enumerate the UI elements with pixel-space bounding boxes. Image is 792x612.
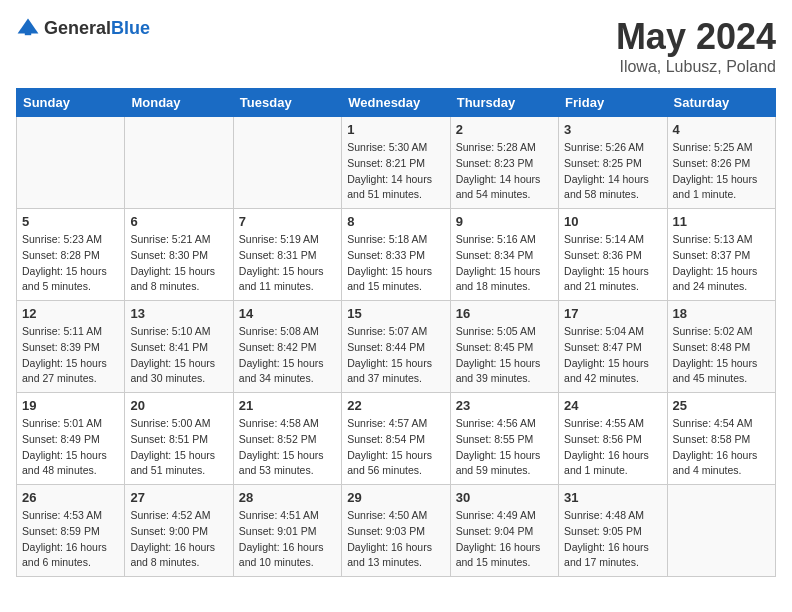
day-info: Sunrise: 5:19 AM Sunset: 8:31 PM Dayligh… [239,232,336,295]
day-info: Sunrise: 5:02 AM Sunset: 8:48 PM Dayligh… [673,324,770,387]
day-info: Sunrise: 5:10 AM Sunset: 8:41 PM Dayligh… [130,324,227,387]
calendar-body: 1Sunrise: 5:30 AM Sunset: 8:21 PM Daylig… [17,117,776,577]
calendar-cell: 6Sunrise: 5:21 AM Sunset: 8:30 PM Daylig… [125,209,233,301]
calendar-cell [17,117,125,209]
page-header: GeneralBlue May 2024 Ilowa, Lubusz, Pola… [16,16,776,76]
day-number: 30 [456,490,553,505]
weekday-header-cell: Thursday [450,89,558,117]
day-info: Sunrise: 4:57 AM Sunset: 8:54 PM Dayligh… [347,416,444,479]
calendar-cell: 21Sunrise: 4:58 AM Sunset: 8:52 PM Dayli… [233,393,341,485]
calendar-cell: 10Sunrise: 5:14 AM Sunset: 8:36 PM Dayli… [559,209,667,301]
day-info: Sunrise: 5:14 AM Sunset: 8:36 PM Dayligh… [564,232,661,295]
calendar-cell [667,485,775,577]
calendar-cell: 5Sunrise: 5:23 AM Sunset: 8:28 PM Daylig… [17,209,125,301]
logo-general: General [44,18,111,38]
day-info: Sunrise: 5:11 AM Sunset: 8:39 PM Dayligh… [22,324,119,387]
calendar-cell: 7Sunrise: 5:19 AM Sunset: 8:31 PM Daylig… [233,209,341,301]
day-number: 16 [456,306,553,321]
day-number: 17 [564,306,661,321]
calendar-cell: 14Sunrise: 5:08 AM Sunset: 8:42 PM Dayli… [233,301,341,393]
calendar-cell: 2Sunrise: 5:28 AM Sunset: 8:23 PM Daylig… [450,117,558,209]
day-info: Sunrise: 4:53 AM Sunset: 8:59 PM Dayligh… [22,508,119,571]
day-number: 4 [673,122,770,137]
calendar-cell: 1Sunrise: 5:30 AM Sunset: 8:21 PM Daylig… [342,117,450,209]
day-number: 26 [22,490,119,505]
location-subtitle: Ilowa, Lubusz, Poland [616,58,776,76]
day-number: 27 [130,490,227,505]
day-info: Sunrise: 5:00 AM Sunset: 8:51 PM Dayligh… [130,416,227,479]
day-info: Sunrise: 4:54 AM Sunset: 8:58 PM Dayligh… [673,416,770,479]
day-info: Sunrise: 4:49 AM Sunset: 9:04 PM Dayligh… [456,508,553,571]
calendar-table: SundayMondayTuesdayWednesdayThursdayFrid… [16,88,776,577]
day-number: 23 [456,398,553,413]
day-number: 22 [347,398,444,413]
calendar-cell: 19Sunrise: 5:01 AM Sunset: 8:49 PM Dayli… [17,393,125,485]
day-number: 20 [130,398,227,413]
logo-icon [16,16,40,40]
weekday-header-cell: Sunday [17,89,125,117]
calendar-week-row: 5Sunrise: 5:23 AM Sunset: 8:28 PM Daylig… [17,209,776,301]
weekday-header-cell: Friday [559,89,667,117]
calendar-cell: 11Sunrise: 5:13 AM Sunset: 8:37 PM Dayli… [667,209,775,301]
day-info: Sunrise: 4:51 AM Sunset: 9:01 PM Dayligh… [239,508,336,571]
calendar-cell: 28Sunrise: 4:51 AM Sunset: 9:01 PM Dayli… [233,485,341,577]
day-number: 5 [22,214,119,229]
day-number: 2 [456,122,553,137]
calendar-cell: 3Sunrise: 5:26 AM Sunset: 8:25 PM Daylig… [559,117,667,209]
day-info: Sunrise: 5:21 AM Sunset: 8:30 PM Dayligh… [130,232,227,295]
day-info: Sunrise: 4:48 AM Sunset: 9:05 PM Dayligh… [564,508,661,571]
day-info: Sunrise: 4:50 AM Sunset: 9:03 PM Dayligh… [347,508,444,571]
calendar-cell: 27Sunrise: 4:52 AM Sunset: 9:00 PM Dayli… [125,485,233,577]
weekday-header-cell: Tuesday [233,89,341,117]
day-info: Sunrise: 5:26 AM Sunset: 8:25 PM Dayligh… [564,140,661,203]
weekday-header-cell: Saturday [667,89,775,117]
logo-blue: Blue [111,18,150,38]
svg-rect-1 [25,29,31,35]
calendar-cell: 8Sunrise: 5:18 AM Sunset: 8:33 PM Daylig… [342,209,450,301]
month-year-title: May 2024 [616,16,776,58]
day-info: Sunrise: 5:07 AM Sunset: 8:44 PM Dayligh… [347,324,444,387]
calendar-week-row: 26Sunrise: 4:53 AM Sunset: 8:59 PM Dayli… [17,485,776,577]
day-number: 9 [456,214,553,229]
calendar-week-row: 19Sunrise: 5:01 AM Sunset: 8:49 PM Dayli… [17,393,776,485]
day-number: 10 [564,214,661,229]
calendar-cell [233,117,341,209]
day-number: 8 [347,214,444,229]
logo: GeneralBlue [16,16,150,40]
calendar-cell: 9Sunrise: 5:16 AM Sunset: 8:34 PM Daylig… [450,209,558,301]
day-info: Sunrise: 5:16 AM Sunset: 8:34 PM Dayligh… [456,232,553,295]
calendar-cell: 25Sunrise: 4:54 AM Sunset: 8:58 PM Dayli… [667,393,775,485]
day-number: 14 [239,306,336,321]
title-block: May 2024 Ilowa, Lubusz, Poland [616,16,776,76]
day-info: Sunrise: 5:23 AM Sunset: 8:28 PM Dayligh… [22,232,119,295]
day-number: 6 [130,214,227,229]
day-number: 21 [239,398,336,413]
calendar-cell [125,117,233,209]
day-info: Sunrise: 5:25 AM Sunset: 8:26 PM Dayligh… [673,140,770,203]
day-number: 15 [347,306,444,321]
day-info: Sunrise: 5:04 AM Sunset: 8:47 PM Dayligh… [564,324,661,387]
day-info: Sunrise: 5:13 AM Sunset: 8:37 PM Dayligh… [673,232,770,295]
day-number: 7 [239,214,336,229]
calendar-cell: 20Sunrise: 5:00 AM Sunset: 8:51 PM Dayli… [125,393,233,485]
day-number: 3 [564,122,661,137]
calendar-week-row: 1Sunrise: 5:30 AM Sunset: 8:21 PM Daylig… [17,117,776,209]
day-number: 24 [564,398,661,413]
calendar-cell: 26Sunrise: 4:53 AM Sunset: 8:59 PM Dayli… [17,485,125,577]
day-info: Sunrise: 5:18 AM Sunset: 8:33 PM Dayligh… [347,232,444,295]
day-number: 11 [673,214,770,229]
calendar-cell: 22Sunrise: 4:57 AM Sunset: 8:54 PM Dayli… [342,393,450,485]
calendar-week-row: 12Sunrise: 5:11 AM Sunset: 8:39 PM Dayli… [17,301,776,393]
calendar-cell: 24Sunrise: 4:55 AM Sunset: 8:56 PM Dayli… [559,393,667,485]
calendar-cell: 30Sunrise: 4:49 AM Sunset: 9:04 PM Dayli… [450,485,558,577]
weekday-header-cell: Monday [125,89,233,117]
calendar-cell: 18Sunrise: 5:02 AM Sunset: 8:48 PM Dayli… [667,301,775,393]
day-info: Sunrise: 4:56 AM Sunset: 8:55 PM Dayligh… [456,416,553,479]
calendar-cell: 31Sunrise: 4:48 AM Sunset: 9:05 PM Dayli… [559,485,667,577]
day-number: 1 [347,122,444,137]
day-number: 18 [673,306,770,321]
day-number: 19 [22,398,119,413]
day-info: Sunrise: 5:28 AM Sunset: 8:23 PM Dayligh… [456,140,553,203]
calendar-cell: 4Sunrise: 5:25 AM Sunset: 8:26 PM Daylig… [667,117,775,209]
day-info: Sunrise: 4:58 AM Sunset: 8:52 PM Dayligh… [239,416,336,479]
